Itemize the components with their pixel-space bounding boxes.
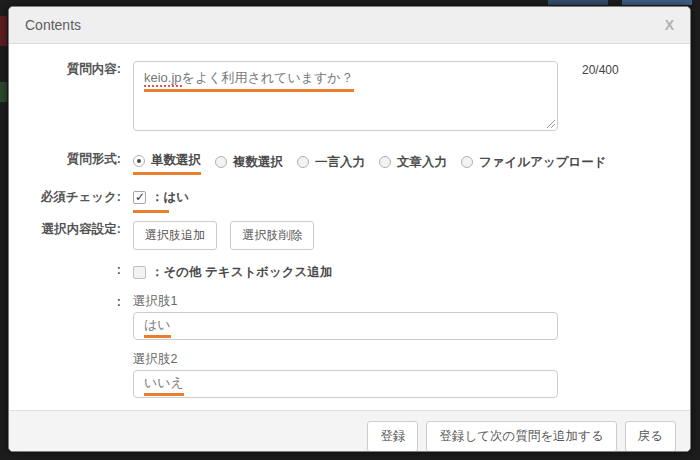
question-content-row: 質問内容: keio.jpをよく利用されていますか？ 20/400 [9,61,672,131]
radio-option-single-select[interactable]: 単数選択 [133,152,201,175]
choice-2-input[interactable]: いいえ [133,370,558,398]
radio-option-text-input[interactable]: 文章入力 [379,154,447,174]
char-counter: 20/400 [582,61,619,77]
required-check-label: 必須チェック: [9,189,133,206]
contents-dialog: Contents X 質問内容: keio.jpをよく利用されていますか？ 20… [8,6,691,452]
required-check-row: 必須チェック: ：はい [9,189,672,213]
choice-2-label: 選択肢2 [133,352,672,366]
annotation-underline [133,210,169,213]
choice-1-block: 選択肢1 はい [133,294,672,340]
register-and-next-button[interactable]: 登録して次の質問を追加する [426,421,616,452]
choice-2-value: いいえ [144,374,184,396]
radio-option-multi-select[interactable]: 複数選択 [215,154,283,174]
question-content-label: 質問内容: [9,61,133,78]
register-button[interactable]: 登録 [367,421,418,452]
choice-settings-row: 選択内容設定: 選択肢追加 選択肢削除 [9,221,672,250]
choice-1-input[interactable]: はい [133,312,558,340]
choices-row: : 選択肢1 はい 選択肢2 いいえ [9,294,672,410]
question-content-textarea[interactable]: keio.jpをよく利用されていますか？ [133,61,558,131]
radio-option-short-input[interactable]: 一言入力 [297,154,365,174]
close-icon[interactable]: X [665,18,674,32]
radio-option-file-upload[interactable]: ファイルアップロード [461,154,607,174]
dialog-body: 質問内容: keio.jpをよく利用されていますか？ 20/400 質問形式: … [9,44,690,410]
other-textbox-checkbox[interactable]: ：その他 テキストボックス追加 [133,264,332,281]
choice-settings-label: 選択内容設定: [9,221,133,238]
dialog-title: Contents [25,17,81,33]
radio-icon [379,156,391,168]
choice-1-label: 選択肢1 [133,294,672,308]
checkbox-checked-icon [133,191,146,204]
question-format-label: 質問形式: [9,151,133,168]
other-option-colon: : [9,262,133,279]
choice-2-block: 選択肢2 いいえ [133,352,672,398]
dialog-footer: 登録 登録して次の質問を追加する 戻る [9,410,690,452]
add-choice-button[interactable]: 選択肢追加 [133,221,217,250]
remove-choice-button[interactable]: 選択肢削除 [230,221,314,250]
question-format-row: 質問形式: 単数選択 複数選択 一言入力 文章入力 [9,151,672,175]
choices-colon: : [9,294,133,311]
background-page-button [548,0,608,5]
radio-checked-icon [133,155,145,167]
radio-icon [461,156,473,168]
question-text: keio.jpをよく利用されていますか？ [144,69,354,92]
required-checkbox[interactable]: ：はい [133,189,189,206]
radio-icon [215,156,227,168]
checkbox-unchecked-icon [133,266,146,279]
background-page-button [622,0,692,5]
resize-handle-icon[interactable] [545,118,555,128]
choice-1-value: はい [144,316,171,338]
other-option-row: : ：その他 テキストボックス追加 [9,262,672,282]
question-text-rest: をよく利用されていますか？ [182,70,354,85]
background-page-fragment [0,82,7,102]
back-button[interactable]: 戻る [625,421,676,452]
radio-icon [297,156,309,168]
question-text-url: keio.jp [144,70,182,87]
background-page-fragment [0,16,7,46]
dialog-header: Contents X [9,7,690,44]
